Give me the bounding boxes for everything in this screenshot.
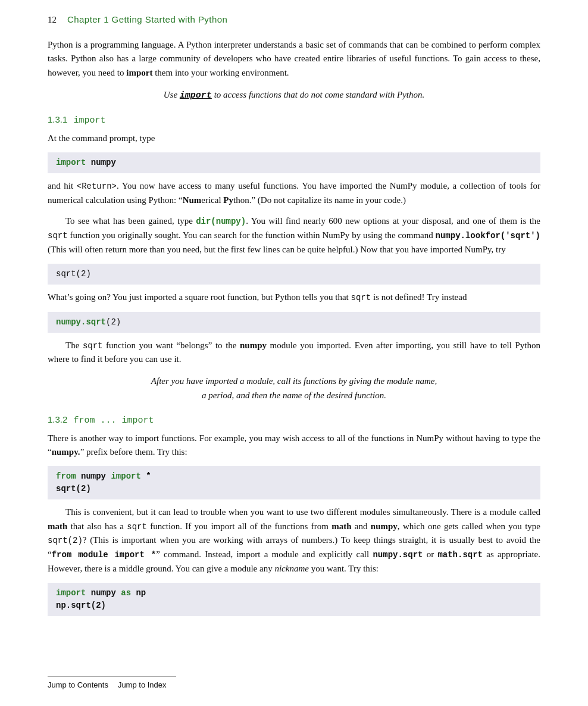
code-block-from-numpy: from numpy import * sqrt(2) [48,466,540,499]
intro-import-bold: import [126,68,152,77]
code-line-np-sqrt2: np.sqrt(2) [56,599,532,612]
italic-note-block: Use import to access functions that do n… [48,88,540,102]
intro-paragraph: Python is a programming language. A Pyth… [48,38,540,80]
section-132-heading: 1.3.2 from ... import [48,414,540,426]
code-block-import-as: import numpy as np np.sqrt(2) [48,583,540,616]
italic-center-block: After you have imported a module, call i… [95,374,493,402]
section-132-p2: This is convenient, but it can lead to t… [48,505,540,576]
italic-note-import: import [180,90,212,101]
section-131-heading: 1.3.1 import [48,114,540,126]
section-131-p4: The sqrt function you want “belongs” to … [48,339,540,367]
code-line-import-numpy-as: import numpy as np [56,587,532,599]
section-131-p1: and hit <Return>. You now have access to… [48,179,540,207]
chapter-title: Chapter 1 Getting Started with Python [67,14,227,24]
italic-note-rest: to access functions that do not come sta… [212,90,424,99]
footer-nav: Jump to Contents Jump to Index [48,676,176,689]
italic-center-text: After you have imported a module, call i… [151,376,437,399]
code-sqrt2: sqrt(2) [56,269,91,279]
section-131-intro: At the command prompt, type [48,132,540,145]
code-block-sqrt2: sqrt(2) [48,264,540,285]
italic-note-use: Use [164,90,180,99]
section-132-code: from ... import [73,416,154,426]
jump-to-index-link[interactable]: Jump to Index [118,680,176,689]
code-block-numpy-sqrt2: numpy.sqrt(2) [48,312,540,333]
page-number: 12 [48,15,57,25]
intro-text-1: Python is a programming language. A Pyth… [48,40,540,77]
section-131-p3: What’s going on? You just imported a squ… [48,290,540,305]
jump-to-contents-link[interactable]: Jump to Contents [48,680,118,689]
section-131-num: 1.3.1 [48,114,67,124]
code-numpy: numpy [91,158,116,167]
code-kw-import: import [56,158,86,167]
section-132-p1: There is another way to import functions… [48,432,540,460]
code-paren2: (2) [106,317,121,327]
p1-and-hit: and hit <Return>. You now have access to… [48,181,540,205]
section-131-p2: To see what has been gained, type dir(nu… [48,214,540,257]
code-line-from: from numpy import * [56,470,532,483]
code-block-import-numpy: import numpy [48,152,540,173]
code-numpy-prefix: numpy.sqrt [56,317,106,327]
page-header: 12 Chapter 1 Getting Started with Python [48,14,540,25]
section-131-code: import [73,115,105,126]
page: 12 Chapter 1 Getting Started with Python… [0,0,588,706]
section-132-num: 1.3.2 [48,414,67,424]
code-line-sqrt2b: sqrt(2) [56,483,532,495]
intro-text-2: them into your working environment. [152,68,289,77]
